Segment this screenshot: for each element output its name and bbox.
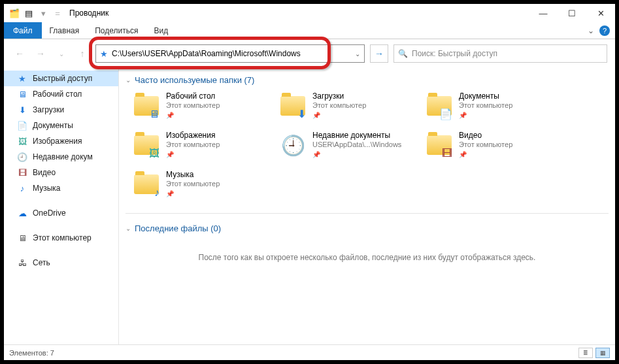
go-refresh-button[interactable]: → xyxy=(370,44,388,63)
view-large-icons-button[interactable]: ▦ xyxy=(595,348,610,358)
ribbon-tabs: Файл Главная Поделиться Вид ⌄ ? xyxy=(4,22,615,39)
sidebar-network[interactable]: 🖧Сеть xyxy=(4,255,118,271)
quick-access-star-icon: ★ xyxy=(100,49,108,59)
tile-location: USER\AppData\...\Windows xyxy=(312,141,401,150)
sidebar-item-label: Музыка xyxy=(33,184,60,193)
document-icon: 📄 xyxy=(17,121,27,131)
address-dropdown-icon[interactable]: ⌄ xyxy=(355,45,360,62)
group-frequent-header[interactable]: ⌄ Часто используемые папки (7) xyxy=(125,72,609,88)
sidebar-desktop[interactable]: 🖥Рабочий стол xyxy=(4,86,118,102)
view-details-button[interactable]: ≣ xyxy=(578,348,593,358)
help-button[interactable]: ? xyxy=(599,25,610,36)
tile-location: Этот компьютер xyxy=(459,141,512,150)
sidebar-onedrive[interactable]: ☁OneDrive xyxy=(4,205,118,221)
sidebar-music[interactable]: ♪Музыка xyxy=(4,180,118,196)
image-icon: 🖼 xyxy=(17,137,27,146)
qat-newfolder-icon[interactable]: ▾ xyxy=(37,7,50,20)
group-title: Последние файлы (0) xyxy=(135,223,221,233)
sidebar-video[interactable]: 🎞Видео xyxy=(4,165,118,180)
title-bar: 🗂️ ▤ ▾ = Проводник — ☐ ✕ xyxy=(4,4,615,22)
sidebar-item-label: OneDrive xyxy=(33,208,66,218)
sidebar-item-label: Недавние докум xyxy=(33,152,93,161)
pin-icon: 📌 xyxy=(312,112,366,120)
sidebar-item-label: Загрузки xyxy=(33,105,64,114)
file-menu-button[interactable]: Файл xyxy=(4,22,42,39)
sidebar-item-label: Рабочий стол xyxy=(33,90,82,99)
content-pane: ⌄ Часто используемые папки (7) 🖥Рабочий … xyxy=(119,68,615,344)
group-title: Часто используемые папки (7) xyxy=(135,75,254,85)
qat-properties-icon[interactable]: ▤ xyxy=(22,7,35,20)
explorer-icon: 🗂️ xyxy=(8,7,21,20)
sidebar-this-pc[interactable]: 🖥Этот компьютер xyxy=(4,230,118,246)
pin-icon: 📌 xyxy=(459,112,512,120)
folder-tile[interactable]: ♪МузыкаЭтот компьютер📌 xyxy=(129,166,273,203)
folder-tile[interactable]: 🖼ИзображенияЭтот компьютер📌 xyxy=(129,127,273,163)
navigation-pane: ★Быстрый доступ 🖥Рабочий стол ⬇Загрузки … xyxy=(4,68,119,344)
tile-location: Этот компьютер xyxy=(166,101,220,110)
search-box[interactable]: 🔍 Поиск: Быстрый доступ xyxy=(393,44,607,63)
chevron-down-icon: ⌄ xyxy=(125,225,131,232)
folder-tile[interactable]: 🕘Недавние документыUSER\AppData\...\Wind… xyxy=(276,127,420,163)
sidebar-item-label: Документы xyxy=(33,121,73,130)
download-icon: ⬇ xyxy=(17,105,27,115)
folder-tile[interactable]: 🖥Рабочий столЭтот компьютер📌 xyxy=(129,88,273,124)
folder-icon: 📄 xyxy=(425,91,454,120)
pin-icon: 📌 xyxy=(312,151,401,159)
pin-icon: 📌 xyxy=(166,151,220,159)
tile-location: Этот компьютер xyxy=(459,101,512,110)
group-recent-header[interactable]: ⌄ Последние файлы (0) xyxy=(125,220,609,236)
search-placeholder: Поиск: Быстрый доступ xyxy=(412,49,497,58)
sidebar-item-label: Изображения xyxy=(33,137,82,146)
search-icon: 🔍 xyxy=(398,49,408,58)
sidebar-downloads[interactable]: ⬇Загрузки xyxy=(4,102,118,118)
sidebar-item-label: Этот компьютер xyxy=(33,233,92,242)
folder-icon: 🖼 xyxy=(132,131,161,159)
sidebar-item-label: Быстрый доступ xyxy=(33,74,92,83)
address-bar[interactable]: ★ C:\Users\USER\AppData\Roaming\Microsof… xyxy=(95,44,365,63)
tile-name: Видео xyxy=(459,131,512,141)
tile-name: Недавние документы xyxy=(312,131,401,141)
folder-tile[interactable]: 🎞ВидеоЭтот компьютер📌 xyxy=(422,127,566,163)
forward-button[interactable]: → xyxy=(33,46,48,61)
close-button[interactable]: ✕ xyxy=(586,4,615,22)
desktop-icon: 🖥 xyxy=(17,90,27,99)
tile-location: Этот компьютер xyxy=(312,101,366,110)
sidebar-item-label: Сеть xyxy=(33,258,50,267)
tile-name: Рабочий стол xyxy=(166,91,220,101)
pin-icon: 📌 xyxy=(166,112,220,120)
star-icon: ★ xyxy=(17,74,27,84)
nav-bar: ← → ⌄ ↑ ★ C:\Users\USER\AppData\Roaming\… xyxy=(4,39,615,68)
folder-icon: 🎞 xyxy=(425,131,454,159)
sidebar-images[interactable]: 🖼Изображения xyxy=(4,133,118,149)
recent-locations-button[interactable]: ⌄ xyxy=(54,46,69,61)
tile-name: Музыка xyxy=(166,170,220,180)
folder-icon: 🖥 xyxy=(132,91,161,120)
pin-icon: 📌 xyxy=(166,190,220,199)
address-path[interactable]: C:\Users\USER\AppData\Roaming\Microsoft\… xyxy=(112,49,301,58)
status-bar: Элементов: 7 ≣ ▦ xyxy=(4,344,615,360)
music-icon: ♪ xyxy=(17,184,27,193)
chevron-down-icon: ⌄ xyxy=(125,76,131,84)
folder-icon: ⬇ xyxy=(278,91,307,120)
sidebar-recent[interactable]: 🕘Недавние докум xyxy=(4,149,118,165)
back-button[interactable]: ← xyxy=(12,46,27,61)
maximize-button[interactable]: ☐ xyxy=(558,4,586,22)
qat-separator-icon: = xyxy=(51,7,64,20)
tile-name: Документы xyxy=(459,91,512,101)
up-button[interactable]: ↑ xyxy=(75,46,90,61)
tab-view[interactable]: Вид xyxy=(146,22,176,39)
sidebar-quick-access[interactable]: ★Быстрый доступ xyxy=(4,71,118,86)
tab-share[interactable]: Поделиться xyxy=(87,22,146,39)
computer-icon: 🖥 xyxy=(17,233,27,243)
ribbon-chevron-icon[interactable]: ⌄ xyxy=(582,22,599,39)
network-icon: 🖧 xyxy=(17,258,27,268)
tile-location: Этот компьютер xyxy=(166,141,220,150)
folder-icon: 🕘 xyxy=(278,131,307,159)
tile-location: Этот компьютер xyxy=(166,180,220,189)
folder-tile[interactable]: ⬇ЗагрузкиЭтот компьютер📌 xyxy=(276,88,420,124)
minimize-button[interactable]: — xyxy=(529,4,558,22)
tile-name: Изображения xyxy=(166,131,220,141)
sidebar-documents[interactable]: 📄Документы xyxy=(4,118,118,133)
folder-tile[interactable]: 📄ДокументыЭтот компьютер📌 xyxy=(422,88,566,124)
tab-home[interactable]: Главная xyxy=(42,22,88,39)
